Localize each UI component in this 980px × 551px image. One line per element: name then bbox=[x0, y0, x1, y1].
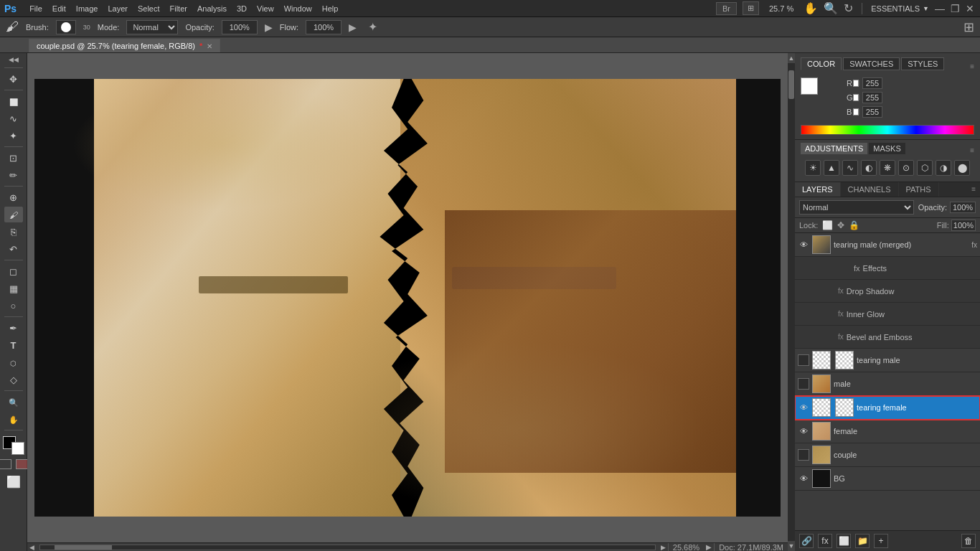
r-value[interactable]: 255 bbox=[862, 77, 882, 89]
dodge-tool[interactable] bbox=[4, 298, 23, 314]
zoom-tool-icon[interactable]: 🔍 bbox=[824, 1, 838, 15]
maximize-button[interactable]: ❐ bbox=[951, 3, 960, 14]
pen-tool[interactable] bbox=[4, 320, 23, 336]
layer-visibility-checkbox-male[interactable] bbox=[798, 378, 809, 390]
channels-tab[interactable]: CHANNELS bbox=[841, 182, 899, 197]
mode-select[interactable]: Normal Dissolve Multiply Screen bbox=[126, 20, 178, 34]
standard-mode-button[interactable] bbox=[0, 459, 11, 469]
opacity-value[interactable]: 100% bbox=[222, 20, 258, 34]
h-scroll-right-arrow[interactable]: ▶ bbox=[659, 544, 668, 551]
color-swatches[interactable] bbox=[3, 436, 24, 455]
layer-item-male[interactable]: male bbox=[795, 372, 980, 396]
add-fx-button[interactable]: fx bbox=[818, 534, 832, 548]
canvas-wrapper[interactable] bbox=[27, 53, 788, 542]
menu-window[interactable]: Window bbox=[284, 4, 312, 13]
layers-tab[interactable]: LAYERS bbox=[795, 182, 841, 197]
paths-tab[interactable]: PATHS bbox=[899, 182, 939, 197]
layer-item-female[interactable]: female bbox=[795, 420, 980, 443]
close-button[interactable]: ✕ bbox=[966, 3, 974, 14]
b-slider-thumb[interactable] bbox=[853, 108, 859, 116]
flow-arrow-icon[interactable]: ▶ bbox=[349, 22, 357, 33]
layer-drop-shadow[interactable]: fx Drop Shadow bbox=[795, 280, 980, 303]
photo-adj-icon[interactable]: ⬤ bbox=[954, 160, 970, 176]
delete-layer-button[interactable]: 🗑 bbox=[961, 534, 976, 548]
menu-layer[interactable]: Layer bbox=[108, 4, 128, 13]
eyedropper-tool[interactable] bbox=[4, 167, 23, 183]
layer-item-couple[interactable]: couple bbox=[795, 443, 980, 467]
brush-tool[interactable] bbox=[4, 207, 23, 222]
layer-item-tearing-male[interactable]: tearing male bbox=[795, 349, 980, 372]
color-panel-collapse-icon[interactable]: ≡ bbox=[970, 62, 974, 70]
canvas-options-icon[interactable]: ⊞ bbox=[963, 19, 974, 35]
brightness-adj-icon[interactable]: ☀ bbox=[805, 160, 821, 176]
new-layer-button[interactable]: + bbox=[874, 534, 888, 548]
layer-visibility-checkbox-tearing-male[interactable] bbox=[798, 354, 809, 366]
layer-item-tearing-female[interactable]: tearing female bbox=[795, 396, 980, 420]
eraser-tool[interactable] bbox=[4, 263, 23, 279]
menu-help[interactable]: Help bbox=[322, 4, 339, 13]
layer-visibility-checkbox-couple[interactable] bbox=[798, 449, 809, 461]
menu-file[interactable]: File bbox=[29, 4, 42, 13]
rotate-tool-icon[interactable]: ↻ bbox=[844, 1, 853, 15]
opacity-arrow-icon[interactable]: ▶ bbox=[265, 22, 273, 33]
path-select-tool[interactable] bbox=[4, 354, 23, 370]
opacity-input[interactable]: 100% bbox=[950, 202, 976, 213]
layer-item-tearing-male-merged[interactable]: tearing male (merged) fx bbox=[795, 233, 980, 257]
crop-tool[interactable] bbox=[4, 150, 23, 166]
h-scroll-track[interactable] bbox=[39, 545, 656, 550]
styles-tab[interactable]: STYLES bbox=[901, 57, 944, 70]
screen-mode-button[interactable]: ⬜ bbox=[6, 475, 21, 489]
menu-edit[interactable]: Edit bbox=[52, 4, 66, 13]
heal-tool[interactable] bbox=[4, 189, 23, 205]
magic-wand-tool[interactable] bbox=[4, 128, 23, 143]
color-tab[interactable]: COLOR bbox=[801, 57, 842, 70]
layer-bevel-emboss[interactable]: fx Bevel and Emboss bbox=[795, 326, 980, 349]
lock-pixels-icon[interactable]: ⬜ bbox=[822, 220, 833, 230]
layer-item-bg[interactable]: BG bbox=[795, 467, 980, 491]
lock-all-icon[interactable]: 🔒 bbox=[849, 220, 859, 230]
masks-tab[interactable]: MASKS bbox=[869, 143, 905, 154]
curves-adj-icon[interactable]: ∿ bbox=[842, 160, 858, 176]
layer-eye-female[interactable] bbox=[798, 425, 809, 437]
add-mask-button[interactable]: ⬜ bbox=[837, 534, 851, 548]
adj-panel-collapse-icon[interactable]: ≡ bbox=[970, 146, 974, 154]
airbrush-icon[interactable]: ✦ bbox=[368, 20, 377, 34]
h-scroll-left-arrow[interactable]: ◀ bbox=[27, 544, 37, 551]
add-link-button[interactable]: 🔗 bbox=[799, 534, 814, 548]
tab-close-button[interactable]: ✕ bbox=[207, 42, 212, 50]
v-scroll-down-arrow[interactable]: ▼ bbox=[788, 541, 795, 551]
menu-image[interactable]: Image bbox=[76, 4, 98, 13]
collapse-left-icon[interactable]: ◀◀ bbox=[9, 56, 19, 63]
layer-inner-glow[interactable]: fx Inner Glow bbox=[795, 303, 980, 326]
layer-eye-bg[interactable] bbox=[798, 473, 809, 484]
exposure-adj-icon[interactable]: ◐ bbox=[861, 160, 877, 176]
v-scroll-up-arrow[interactable]: ▲ bbox=[788, 53, 795, 63]
horizontal-scrollbar[interactable]: ◀ ▶ 25.68% ▶ Doc: 27.1M/89.3M bbox=[27, 542, 788, 551]
g-slider[interactable] bbox=[858, 95, 859, 100]
menu-select[interactable]: Select bbox=[138, 4, 160, 13]
zoom-tool[interactable] bbox=[4, 394, 23, 410]
bridge-button[interactable]: Br bbox=[716, 2, 737, 15]
colorbalance-adj-icon[interactable]: ⬡ bbox=[917, 160, 933, 176]
v-scroll-thumb[interactable] bbox=[788, 70, 794, 99]
marquee-tool[interactable] bbox=[4, 93, 23, 109]
lasso-tool[interactable] bbox=[4, 110, 23, 126]
swatches-tab[interactable]: SWATCHES bbox=[843, 57, 900, 70]
vibrance-adj-icon[interactable]: ❋ bbox=[880, 160, 895, 176]
quick-mask-button[interactable] bbox=[16, 459, 29, 469]
b-slider[interactable] bbox=[858, 109, 859, 115]
menu-filter[interactable]: Filter bbox=[170, 4, 187, 13]
gradient-tool[interactable] bbox=[4, 281, 23, 296]
g-slider-thumb[interactable] bbox=[853, 94, 859, 101]
r-slider[interactable] bbox=[858, 80, 859, 86]
color-spectrum-bar[interactable] bbox=[801, 125, 974, 135]
background-swatch[interactable] bbox=[11, 442, 24, 455]
fill-input[interactable]: 100% bbox=[951, 220, 976, 231]
menu-3d[interactable]: 3D bbox=[237, 4, 247, 13]
foreground-color-swatch[interactable] bbox=[801, 77, 818, 95]
essentials-button[interactable]: ESSENTIALS ▼ bbox=[871, 4, 929, 13]
layer-eye-tearing-female[interactable] bbox=[798, 402, 809, 413]
hand-tool-icon[interactable]: ✋ bbox=[804, 1, 818, 15]
b-value[interactable]: 255 bbox=[862, 106, 882, 118]
lock-position-icon[interactable]: ✥ bbox=[837, 220, 844, 230]
